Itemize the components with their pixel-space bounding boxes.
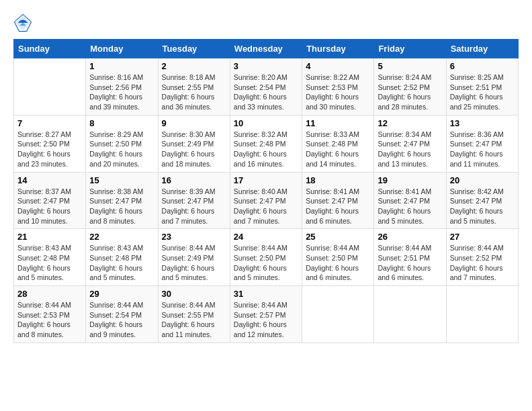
day-info: Sunrise: 8:20 AM Sunset: 2:54 PM Dayligh… (234, 73, 298, 112)
day-number: 12 (378, 118, 442, 128)
col-header-monday: Monday (86, 40, 158, 58)
day-info: Sunrise: 8:40 AM Sunset: 2:47 PM Dayligh… (234, 187, 298, 226)
day-cell: 19Sunrise: 8:41 AM Sunset: 2:47 PM Dayli… (374, 172, 446, 229)
day-info: Sunrise: 8:25 AM Sunset: 2:51 PM Dayligh… (450, 73, 515, 112)
day-info: Sunrise: 8:43 AM Sunset: 2:48 PM Dayligh… (17, 243, 82, 283)
day-cell: 9Sunrise: 8:30 AM Sunset: 2:49 PM Daylig… (158, 115, 230, 172)
day-cell: 11Sunrise: 8:33 AM Sunset: 2:48 PM Dayli… (302, 115, 374, 172)
day-info: Sunrise: 8:44 AM Sunset: 2:53 PM Dayligh… (17, 300, 82, 340)
day-info: Sunrise: 8:39 AM Sunset: 2:47 PM Dayligh… (162, 187, 226, 226)
day-number: 6 (450, 61, 515, 71)
week-row-3: 14Sunrise: 8:37 AM Sunset: 2:47 PM Dayli… (14, 172, 519, 229)
day-info: Sunrise: 8:44 AM Sunset: 2:57 PM Dayligh… (234, 300, 298, 340)
day-cell: 16Sunrise: 8:39 AM Sunset: 2:47 PM Dayli… (158, 172, 230, 229)
day-cell: 20Sunrise: 8:42 AM Sunset: 2:47 PM Dayli… (446, 172, 518, 229)
day-cell (14, 58, 86, 116)
day-info: Sunrise: 8:32 AM Sunset: 2:48 PM Dayligh… (234, 130, 298, 169)
day-cell: 2Sunrise: 8:18 AM Sunset: 2:55 PM Daylig… (158, 58, 230, 116)
col-header-tuesday: Tuesday (158, 40, 230, 58)
day-number: 30 (162, 289, 226, 299)
day-info: Sunrise: 8:38 AM Sunset: 2:47 PM Dayligh… (89, 187, 154, 226)
day-cell: 17Sunrise: 8:40 AM Sunset: 2:47 PM Dayli… (230, 172, 302, 229)
day-number: 23 (162, 232, 226, 242)
day-cell: 3Sunrise: 8:20 AM Sunset: 2:54 PM Daylig… (230, 58, 302, 116)
day-info: Sunrise: 8:44 AM Sunset: 2:52 PM Dayligh… (450, 243, 515, 283)
day-info: Sunrise: 8:44 AM Sunset: 2:49 PM Dayligh… (162, 243, 226, 283)
day-cell: 1Sunrise: 8:16 AM Sunset: 2:56 PM Daylig… (86, 58, 158, 116)
day-number: 5 (378, 61, 442, 71)
day-number: 13 (450, 118, 515, 128)
day-cell: 31Sunrise: 8:44 AM Sunset: 2:57 PM Dayli… (230, 286, 302, 343)
day-cell: 29Sunrise: 8:44 AM Sunset: 2:54 PM Dayli… (86, 286, 158, 343)
calendar-table: SundayMondayTuesdayWednesdayThursdayFrid… (13, 39, 519, 343)
day-cell: 18Sunrise: 8:41 AM Sunset: 2:47 PM Dayli… (302, 172, 374, 229)
day-info: Sunrise: 8:34 AM Sunset: 2:47 PM Dayligh… (378, 130, 442, 169)
day-info: Sunrise: 8:43 AM Sunset: 2:48 PM Dayligh… (89, 243, 154, 283)
col-header-thursday: Thursday (302, 40, 374, 58)
day-number: 22 (89, 232, 154, 242)
day-info: Sunrise: 8:24 AM Sunset: 2:52 PM Dayligh… (378, 73, 442, 112)
day-cell: 23Sunrise: 8:44 AM Sunset: 2:49 PM Dayli… (158, 229, 230, 286)
day-cell: 6Sunrise: 8:25 AM Sunset: 2:51 PM Daylig… (446, 58, 518, 116)
day-cell: 5Sunrise: 8:24 AM Sunset: 2:52 PM Daylig… (374, 58, 446, 116)
day-number: 27 (450, 232, 515, 242)
day-cell: 12Sunrise: 8:34 AM Sunset: 2:47 PM Dayli… (374, 115, 446, 172)
day-info: Sunrise: 8:22 AM Sunset: 2:53 PM Dayligh… (306, 73, 370, 112)
day-number: 28 (17, 289, 82, 299)
day-number: 26 (378, 232, 442, 242)
day-info: Sunrise: 8:33 AM Sunset: 2:48 PM Dayligh… (306, 130, 370, 169)
day-number: 29 (89, 289, 154, 299)
day-info: Sunrise: 8:18 AM Sunset: 2:55 PM Dayligh… (162, 73, 226, 112)
day-cell: 10Sunrise: 8:32 AM Sunset: 2:48 PM Dayli… (230, 115, 302, 172)
day-number: 3 (234, 61, 298, 71)
day-cell: 24Sunrise: 8:44 AM Sunset: 2:50 PM Dayli… (230, 229, 302, 286)
day-number: 18 (306, 175, 370, 185)
day-cell (302, 286, 374, 343)
day-number: 31 (234, 289, 298, 299)
day-cell: 14Sunrise: 8:37 AM Sunset: 2:47 PM Dayli… (14, 172, 86, 229)
day-info: Sunrise: 8:44 AM Sunset: 2:55 PM Dayligh… (162, 300, 226, 340)
header-row: SundayMondayTuesdayWednesdayThursdayFrid… (14, 40, 519, 58)
day-cell: 13Sunrise: 8:36 AM Sunset: 2:47 PM Dayli… (446, 115, 518, 172)
day-cell: 8Sunrise: 8:29 AM Sunset: 2:50 PM Daylig… (86, 115, 158, 172)
day-number: 16 (162, 175, 226, 185)
day-number: 17 (234, 175, 298, 185)
day-info: Sunrise: 8:36 AM Sunset: 2:47 PM Dayligh… (450, 130, 515, 169)
day-cell: 7Sunrise: 8:27 AM Sunset: 2:50 PM Daylig… (14, 115, 86, 172)
col-header-saturday: Saturday (446, 40, 518, 58)
day-number: 21 (17, 232, 82, 242)
page-header (13, 13, 519, 32)
day-cell (446, 286, 518, 343)
day-number: 7 (17, 118, 82, 128)
week-row-2: 7Sunrise: 8:27 AM Sunset: 2:50 PM Daylig… (14, 115, 519, 172)
week-row-4: 21Sunrise: 8:43 AM Sunset: 2:48 PM Dayli… (14, 229, 519, 286)
day-number: 20 (450, 175, 515, 185)
day-info: Sunrise: 8:44 AM Sunset: 2:50 PM Dayligh… (234, 243, 298, 283)
day-cell: 22Sunrise: 8:43 AM Sunset: 2:48 PM Dayli… (86, 229, 158, 286)
day-number: 24 (234, 232, 298, 242)
col-header-sunday: Sunday (14, 40, 86, 58)
day-cell: 15Sunrise: 8:38 AM Sunset: 2:47 PM Dayli… (86, 172, 158, 229)
week-row-5: 28Sunrise: 8:44 AM Sunset: 2:53 PM Dayli… (14, 286, 519, 343)
day-info: Sunrise: 8:44 AM Sunset: 2:51 PM Dayligh… (378, 243, 442, 283)
day-cell: 21Sunrise: 8:43 AM Sunset: 2:48 PM Dayli… (14, 229, 86, 286)
day-info: Sunrise: 8:30 AM Sunset: 2:49 PM Dayligh… (162, 130, 226, 169)
logo-icon (13, 13, 32, 32)
day-number: 2 (162, 61, 226, 71)
day-cell: 4Sunrise: 8:22 AM Sunset: 2:53 PM Daylig… (302, 58, 374, 116)
day-number: 10 (234, 118, 298, 128)
col-header-wednesday: Wednesday (230, 40, 302, 58)
day-info: Sunrise: 8:16 AM Sunset: 2:56 PM Dayligh… (89, 73, 154, 112)
day-number: 9 (162, 118, 226, 128)
day-cell (374, 286, 446, 343)
day-cell: 30Sunrise: 8:44 AM Sunset: 2:55 PM Dayli… (158, 286, 230, 343)
day-info: Sunrise: 8:27 AM Sunset: 2:50 PM Dayligh… (17, 130, 82, 169)
day-info: Sunrise: 8:44 AM Sunset: 2:54 PM Dayligh… (89, 300, 154, 340)
day-number: 15 (89, 175, 154, 185)
day-info: Sunrise: 8:41 AM Sunset: 2:47 PM Dayligh… (378, 187, 442, 226)
day-number: 1 (89, 61, 154, 71)
week-row-1: 1Sunrise: 8:16 AM Sunset: 2:56 PM Daylig… (14, 58, 519, 116)
day-cell: 27Sunrise: 8:44 AM Sunset: 2:52 PM Dayli… (446, 229, 518, 286)
day-info: Sunrise: 8:37 AM Sunset: 2:47 PM Dayligh… (17, 187, 82, 226)
day-number: 19 (378, 175, 442, 185)
